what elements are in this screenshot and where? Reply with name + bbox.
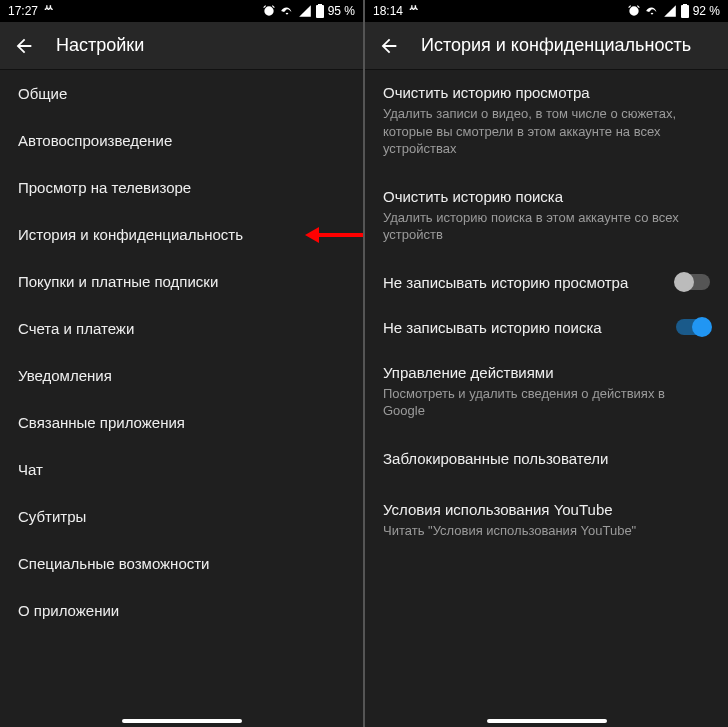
battery-text: 92 % bbox=[693, 4, 720, 18]
svg-rect-0 bbox=[316, 5, 324, 18]
settings-item[interactable]: Связанные приложения bbox=[0, 399, 363, 446]
settings-item-label: Специальные возможности bbox=[18, 555, 210, 572]
settings-item[interactable]: Чат bbox=[0, 446, 363, 493]
carrier-icon: ᄊ bbox=[44, 4, 56, 19]
toggle-row[interactable]: Не записывать историю просмотра bbox=[365, 260, 728, 305]
settings-item[interactable]: Просмотр на телевизоре bbox=[0, 164, 363, 211]
signal-icon bbox=[298, 4, 312, 18]
app-bar: Настройки bbox=[0, 22, 363, 70]
settings-item-label: Счета и платежи bbox=[18, 320, 134, 337]
privacy-item-subtitle: Удалить записи о видео, в том числе о сю… bbox=[383, 105, 710, 158]
status-bar: 18:14 ᄊ 92 % bbox=[365, 0, 728, 22]
page-title: Настройки bbox=[56, 35, 144, 56]
back-button[interactable] bbox=[377, 34, 401, 58]
back-button[interactable] bbox=[12, 34, 36, 58]
settings-item[interactable]: Общие bbox=[0, 70, 363, 117]
toggle-switch[interactable] bbox=[676, 319, 710, 335]
status-time: 17:27 bbox=[8, 4, 38, 18]
carrier-icon: ᄊ bbox=[409, 4, 421, 19]
settings-list: ОбщиеАвтовоспроизведениеПросмотр на теле… bbox=[0, 70, 363, 727]
wifi-icon bbox=[645, 4, 659, 18]
battery-icon bbox=[681, 4, 689, 18]
phone-left: 17:27 ᄊ 95 % Настройки ОбщиеАвтовоспроиз… bbox=[0, 0, 363, 727]
settings-item[interactable]: Счета и платежи bbox=[0, 305, 363, 352]
privacy-item[interactable]: Управление действиямиПосмотреть и удалит… bbox=[365, 350, 728, 436]
settings-item[interactable]: Уведомления bbox=[0, 352, 363, 399]
toggle-label: Не записывать историю поиска bbox=[383, 319, 676, 336]
nav-handle[interactable] bbox=[122, 719, 242, 723]
nav-handle[interactable] bbox=[487, 719, 607, 723]
privacy-item[interactable]: Заблокированные пользователи bbox=[365, 436, 728, 487]
battery-text: 95 % bbox=[328, 4, 355, 18]
toggle-label: Не записывать историю просмотра bbox=[383, 274, 676, 291]
alarm-icon bbox=[262, 4, 276, 18]
signal-icon bbox=[663, 4, 677, 18]
settings-item[interactable]: Специальные возможности bbox=[0, 540, 363, 587]
settings-item-label: Покупки и платные подписки bbox=[18, 273, 218, 290]
settings-item[interactable]: История и конфиденциальность bbox=[0, 211, 363, 258]
toggle-row[interactable]: Не записывать историю поиска bbox=[365, 305, 728, 350]
svg-rect-3 bbox=[683, 4, 687, 6]
alarm-icon bbox=[627, 4, 641, 18]
privacy-item-title: Условия использования YouTube bbox=[383, 501, 710, 518]
settings-item[interactable]: Покупки и платные подписки bbox=[0, 258, 363, 305]
privacy-item-title: Заблокированные пользователи bbox=[383, 450, 710, 467]
settings-item-label: Чат bbox=[18, 461, 43, 478]
settings-item[interactable]: Субтитры bbox=[0, 493, 363, 540]
privacy-list: Очистить историю просмотраУдалить записи… bbox=[365, 70, 728, 727]
settings-item-label: Просмотр на телевизоре bbox=[18, 179, 191, 196]
toggle-switch[interactable] bbox=[676, 274, 710, 290]
page-title: История и конфиденциальность bbox=[421, 35, 691, 56]
privacy-item-subtitle: Читать "Условия использования YouTube" bbox=[383, 522, 710, 540]
settings-item[interactable]: Автовоспроизведение bbox=[0, 117, 363, 164]
settings-item-label: Автовоспроизведение bbox=[18, 132, 172, 149]
privacy-item-title: Управление действиями bbox=[383, 364, 710, 381]
settings-item-label: Связанные приложения bbox=[18, 414, 185, 431]
privacy-item-subtitle: Удалить историю поиска в этом аккаунте с… bbox=[383, 209, 710, 244]
settings-item-label: О приложении bbox=[18, 602, 119, 619]
privacy-item-title: Очистить историю просмотра bbox=[383, 84, 710, 101]
battery-icon bbox=[316, 4, 324, 18]
pointer-arrow-icon bbox=[305, 227, 363, 243]
wifi-icon bbox=[280, 4, 294, 18]
settings-item-label: История и конфиденциальность bbox=[18, 226, 243, 243]
privacy-item[interactable]: Условия использования YouTubeЧитать "Усл… bbox=[365, 487, 728, 556]
app-bar: История и конфиденциальность bbox=[365, 22, 728, 70]
privacy-item[interactable]: Очистить историю просмотраУдалить записи… bbox=[365, 70, 728, 174]
privacy-item[interactable]: Очистить историю поискаУдалить историю п… bbox=[365, 174, 728, 260]
svg-rect-1 bbox=[318, 4, 322, 6]
status-time: 18:14 bbox=[373, 4, 403, 18]
status-bar: 17:27 ᄊ 95 % bbox=[0, 0, 363, 22]
settings-item[interactable]: О приложении bbox=[0, 587, 363, 634]
privacy-item-title: Очистить историю поиска bbox=[383, 188, 710, 205]
settings-item-label: Уведомления bbox=[18, 367, 112, 384]
phone-right: 18:14 ᄊ 92 % История и конфиденциальност… bbox=[365, 0, 728, 727]
privacy-item-subtitle: Посмотреть и удалить сведения о действия… bbox=[383, 385, 710, 420]
settings-item-label: Общие bbox=[18, 85, 67, 102]
svg-rect-2 bbox=[681, 5, 689, 18]
settings-item-label: Субтитры bbox=[18, 508, 86, 525]
